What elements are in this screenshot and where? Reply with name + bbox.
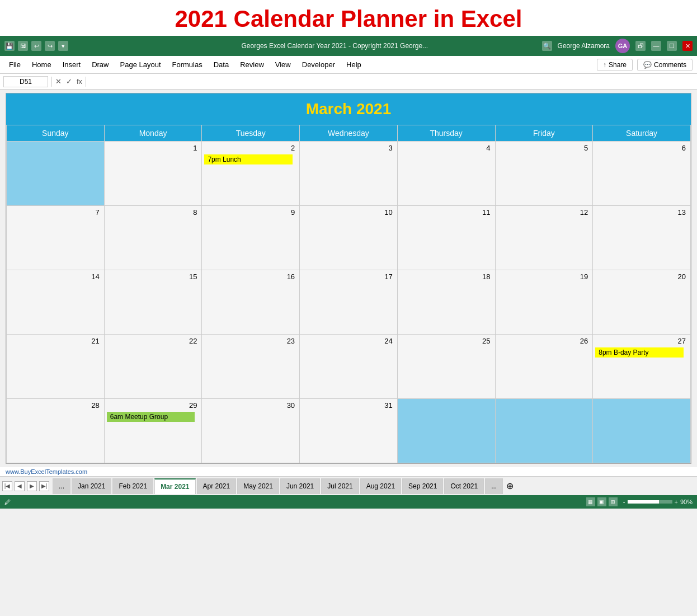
- calendar-day[interactable]: 8: [104, 206, 202, 270]
- calendar-day[interactable]: 16: [202, 270, 300, 335]
- calendar-day[interactable]: 31: [300, 399, 398, 463]
- close-icon[interactable]: ✕: [682, 41, 693, 51]
- event-label: 7pm Lunch: [204, 154, 292, 164]
- save2-icon[interactable]: 🖫: [18, 41, 28, 51]
- calendar-day[interactable]: 7: [7, 206, 105, 270]
- tab-more-right[interactable]: ...: [485, 478, 503, 494]
- cell-reference[interactable]: [3, 76, 48, 87]
- day-number: 11: [400, 208, 493, 217]
- tab-may-2021[interactable]: May 2021: [237, 478, 279, 494]
- menu-view[interactable]: View: [271, 58, 295, 71]
- dropdown-icon[interactable]: ▾: [58, 41, 68, 51]
- menu-developer[interactable]: Developer: [298, 58, 340, 71]
- calendar-day[interactable]: 20: [593, 270, 691, 335]
- day-number: 31: [302, 401, 395, 410]
- zoom-out-btn[interactable]: -: [623, 499, 625, 505]
- tab-feb-2021[interactable]: Feb 2021: [112, 478, 153, 494]
- day-number: 8: [107, 208, 200, 217]
- tab-last-btn[interactable]: ▶|: [39, 481, 49, 491]
- save-icon[interactable]: 💾: [4, 41, 15, 51]
- cancel-formula-icon[interactable]: ✕: [55, 77, 62, 86]
- normal-view-icon[interactable]: ▦: [586, 497, 595, 506]
- menu-file[interactable]: File: [4, 58, 25, 71]
- calendar-day[interactable]: 9: [202, 206, 300, 270]
- restore-icon[interactable]: 🗗: [635, 41, 646, 51]
- maximize-icon[interactable]: ☐: [667, 41, 677, 51]
- tab-next-btn[interactable]: ▶: [27, 481, 37, 491]
- confirm-formula-icon[interactable]: ✓: [66, 77, 72, 86]
- calendar-day[interactable]: 27pm Lunch: [202, 142, 300, 206]
- calendar-day[interactable]: 13: [593, 206, 691, 270]
- tab-jul-2021[interactable]: Jul 2021: [321, 478, 359, 494]
- calendar-week-row: 28296am Meetup Group3031: [7, 399, 691, 463]
- calendar-day[interactable]: 3: [300, 142, 398, 206]
- page-break-icon[interactable]: ⊞: [609, 497, 618, 506]
- day-number: 2: [204, 144, 297, 152]
- tab-sep-2021[interactable]: Sep 2021: [402, 478, 443, 494]
- menu-page-layout[interactable]: Page Layout: [116, 58, 166, 71]
- day-number: 14: [9, 272, 102, 281]
- zoom-in-btn[interactable]: +: [675, 499, 678, 505]
- menu-help[interactable]: Help: [342, 58, 366, 71]
- formula-bar: ✕ ✓ fx: [0, 74, 697, 90]
- menu-home[interactable]: Home: [27, 58, 56, 71]
- page-layout-icon[interactable]: ▣: [597, 497, 606, 506]
- menu-data[interactable]: Data: [209, 58, 233, 71]
- tab-mar-2021[interactable]: Mar 2021: [154, 478, 195, 494]
- calendar-day[interactable]: 30: [202, 399, 300, 463]
- tab-jun-2021[interactable]: Jun 2021: [280, 478, 320, 494]
- calendar-day[interactable]: 18: [397, 270, 495, 335]
- calendar-day[interactable]: [495, 399, 593, 463]
- calendar-day[interactable]: 5: [495, 142, 593, 206]
- col-sunday: Sunday: [7, 125, 105, 142]
- menu-review[interactable]: Review: [236, 58, 269, 71]
- day-number: 27: [595, 337, 688, 345]
- calendar-day[interactable]: 17: [300, 270, 398, 335]
- day-number: 28: [9, 401, 102, 410]
- day-number: 13: [595, 208, 688, 217]
- calendar-day[interactable]: 1: [104, 142, 202, 206]
- tab-aug-2021[interactable]: Aug 2021: [360, 478, 401, 494]
- minimize-icon[interactable]: —: [651, 41, 661, 51]
- calendar-day[interactable]: 19: [495, 270, 593, 335]
- tab-apr-2021[interactable]: Apr 2021: [197, 478, 237, 494]
- menu-draw[interactable]: Draw: [87, 58, 113, 71]
- day-number: 18: [400, 272, 493, 281]
- calendar-day[interactable]: 14: [7, 270, 105, 335]
- calendar-day[interactable]: 22: [104, 335, 202, 399]
- calendar-day[interactable]: 12: [495, 206, 593, 270]
- calendar-day[interactable]: 15: [104, 270, 202, 335]
- tab-prev-btn[interactable]: ◀: [15, 481, 25, 491]
- calendar-day[interactable]: 4: [397, 142, 495, 206]
- calendar-day[interactable]: 23: [202, 335, 300, 399]
- calendar-day[interactable]: [593, 399, 691, 463]
- redo-icon[interactable]: ↪: [45, 41, 55, 51]
- day-number: 7: [9, 208, 102, 217]
- calendar-day[interactable]: 28: [7, 399, 105, 463]
- calendar-day[interactable]: 10: [300, 206, 398, 270]
- calendar-day[interactable]: 296am Meetup Group: [104, 399, 202, 463]
- calendar-day[interactable]: 26: [495, 335, 593, 399]
- calendar-day[interactable]: 21: [7, 335, 105, 399]
- tab-oct-2021[interactable]: Oct 2021: [444, 478, 484, 494]
- formula-input[interactable]: [90, 78, 694, 86]
- calendar-day[interactable]: 6: [593, 142, 691, 206]
- comments-button[interactable]: 💬 Comments: [637, 59, 693, 71]
- day-number: 19: [498, 272, 591, 281]
- calendar-day[interactable]: 24: [300, 335, 398, 399]
- share-button[interactable]: ↑ Share: [597, 59, 633, 71]
- calendar-day[interactable]: [7, 142, 105, 206]
- tab-more-left[interactable]: ...: [53, 478, 70, 494]
- add-sheet-btn[interactable]: ⊕: [506, 481, 514, 491]
- undo-icon[interactable]: ↩: [31, 41, 41, 51]
- tab-jan-2021[interactable]: Jan 2021: [72, 478, 111, 494]
- calendar-day[interactable]: 278pm B-day Party: [593, 335, 691, 399]
- search-icon[interactable]: 🔍: [542, 41, 552, 51]
- menu-formulas[interactable]: Formulas: [168, 58, 207, 71]
- menu-insert[interactable]: Insert: [58, 58, 86, 71]
- tab-first-btn[interactable]: |◀: [2, 481, 12, 491]
- calendar-day[interactable]: [397, 399, 495, 463]
- calendar-day[interactable]: 11: [397, 206, 495, 270]
- calendar-day[interactable]: 25: [397, 335, 495, 399]
- fx-icon[interactable]: fx: [77, 77, 82, 86]
